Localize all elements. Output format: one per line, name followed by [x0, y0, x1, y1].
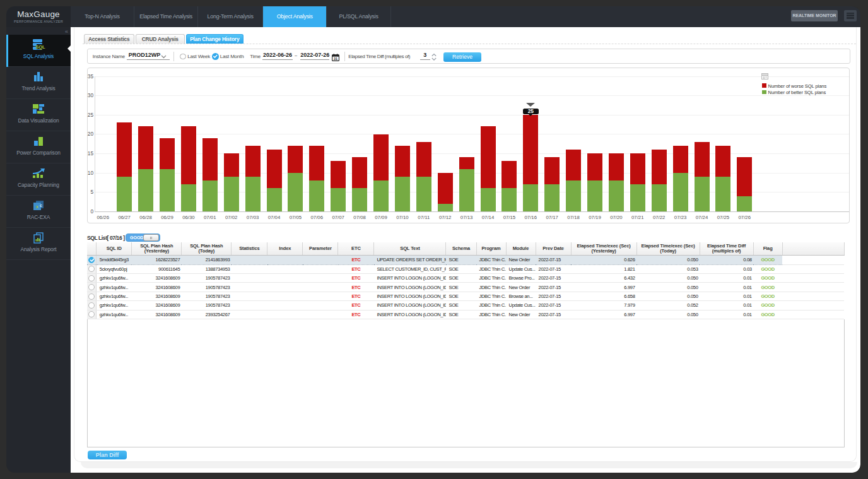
svg-text:c: c: [40, 203, 42, 208]
svg-text:x: x: [36, 204, 38, 209]
svg-text:31: 31: [334, 57, 337, 61]
svg-text:SQL: SQL: [35, 44, 45, 50]
